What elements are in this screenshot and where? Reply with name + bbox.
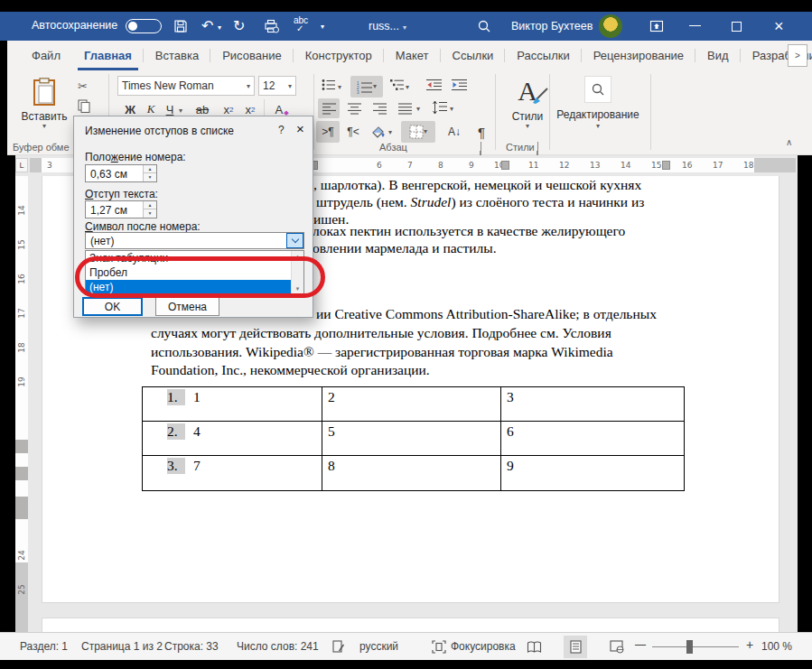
avatar[interactable]: [599, 14, 622, 38]
increase-indent-icon[interactable]: [452, 79, 468, 91]
zoom-level[interactable]: 100 %: [761, 640, 792, 653]
tab-references[interactable]: Ссылки: [441, 41, 506, 70]
zoom-slider-thumb[interactable]: [686, 640, 693, 654]
justify-button[interactable]: [394, 98, 415, 118]
sort-button[interactable]: А↓: [443, 121, 466, 143]
table-column-marker[interactable]: [501, 161, 509, 170]
autosave-toggle[interactable]: [126, 19, 162, 33]
zoom-in-button[interactable]: +: [746, 637, 753, 652]
status-line[interactable]: Строка: 33: [164, 640, 219, 653]
ribbon-display-options-icon[interactable]: [649, 20, 664, 33]
symbol-after-combobox[interactable]: (нет): [85, 232, 304, 249]
undo-caret-icon[interactable]: ▾: [218, 24, 221, 32]
ltr-paragraph-button[interactable]: >¶: [316, 121, 340, 143]
shading-caret-icon[interactable]: ▾: [388, 129, 392, 136]
table-cell[interactable]: 2: [322, 387, 501, 421]
table-column-marker[interactable]: [662, 161, 670, 170]
font-size-combobox[interactable]: 12 ▾: [258, 76, 296, 96]
tab-design[interactable]: Конструктор: [294, 41, 384, 70]
rtl-paragraph-button[interactable]: ¶<: [342, 121, 364, 143]
line-spacing-caret-icon[interactable]: ▾: [450, 106, 453, 113]
align-left-button[interactable]: [318, 98, 340, 118]
close-button[interactable]: ×: [774, 17, 784, 36]
bullet-caret-icon[interactable]: ▾: [338, 84, 341, 91]
spinner-buttons[interactable]: ▲▼: [143, 201, 156, 218]
table-cell[interactable]: 9: [501, 456, 684, 490]
font-name-combobox[interactable]: Times New Roman ▾: [117, 76, 255, 96]
document-table[interactable]: 1.1 2 3 2.4 5 6 3.7 8 9: [142, 386, 685, 491]
align-center-button[interactable]: [343, 98, 365, 118]
ruler-number: 18: [17, 342, 26, 352]
shading-icon[interactable]: [370, 125, 386, 139]
print-layout-button[interactable]: [564, 636, 587, 658]
table-cell[interactable]: 5: [322, 422, 501, 455]
dialog-close-icon[interactable]: ×: [296, 121, 304, 136]
table-cell[interactable]: 3.7: [143, 456, 322, 490]
tab-mailings[interactable]: Рассылки: [505, 41, 581, 70]
align-right-button[interactable]: [369, 98, 390, 118]
focus-label[interactable]: Фокусировка: [451, 640, 516, 653]
zoom-out-button[interactable]: —: [635, 638, 646, 651]
minimize-button[interactable]: [689, 25, 701, 26]
proofing-icon[interactable]: [332, 640, 345, 654]
tab-insert[interactable]: Вставка: [144, 41, 210, 70]
spinner-buttons[interactable]: ▲▼: [143, 165, 156, 181]
justify-caret-icon[interactable]: ▾: [416, 106, 420, 113]
cancel-button[interactable]: Отмена: [155, 297, 219, 316]
styles-button[interactable]: А Стили ▾: [504, 76, 551, 130]
search-icon[interactable]: [477, 19, 491, 33]
table-cell[interactable]: 3: [501, 387, 684, 421]
ruler-number: 8: [438, 161, 443, 170]
number-position-input[interactable]: 0,63 см ▲▼: [85, 164, 157, 182]
table-cell[interactable]: 1.1: [143, 387, 322, 421]
paste-button[interactable]: Вставить ▾: [18, 76, 70, 137]
collapse-ribbon-icon[interactable]: ∧: [786, 137, 792, 147]
table-cell[interactable]: 8: [322, 456, 501, 490]
multilevel-list-icon[interactable]: [390, 79, 405, 91]
status-section[interactable]: Раздел: 1: [20, 640, 68, 653]
ok-button[interactable]: OK: [82, 297, 143, 316]
show-marks-button[interactable]: ¶: [471, 121, 491, 143]
line-spacing-icon[interactable]: [432, 100, 448, 115]
document-title[interactable]: russ...: [369, 20, 399, 33]
tab-layout[interactable]: Макет: [384, 41, 441, 70]
underline-caret-icon[interactable]: ▾: [179, 107, 182, 115]
web-layout-button[interactable]: [605, 636, 629, 658]
tab-stop-selector[interactable]: L: [15, 158, 28, 172]
tab-home[interactable]: Главная: [72, 41, 144, 70]
tab-review[interactable]: Рецензирование: [582, 41, 695, 70]
tab-view[interactable]: Вид: [695, 41, 741, 70]
quick-access-more-icon[interactable]: ▾: [321, 23, 324, 31]
table-cell[interactable]: 6: [501, 422, 684, 455]
status-word-count[interactable]: Число слов: 241: [237, 640, 319, 653]
status-language[interactable]: русский: [359, 640, 398, 653]
tab-overflow-button[interactable]: >: [788, 44, 807, 67]
undo-icon[interactable]: ↶: [201, 19, 213, 33]
save-icon[interactable]: [173, 19, 188, 33]
bullet-list-icon[interactable]: [322, 79, 336, 91]
print-preview-icon[interactable]: [264, 19, 279, 33]
decrease-indent-icon[interactable]: [426, 79, 443, 91]
help-icon[interactable]: ?: [278, 124, 285, 136]
maximize-button[interactable]: [732, 22, 742, 32]
borders-icon: [409, 125, 424, 139]
cut-icon[interactable]: ✂: [78, 79, 88, 93]
focus-icon[interactable]: [432, 640, 446, 654]
text-indent-input[interactable]: 1,27 см ▲▼: [85, 200, 157, 218]
user-name[interactable]: Виктор Бухтеев: [511, 20, 593, 33]
numbering-button[interactable]: 1 2 3 ▾: [350, 76, 383, 98]
group-separator: [650, 74, 651, 150]
vertical-ruler[interactable]: 14 15 16 17 18 19 24 25: [15, 176, 28, 632]
tab-draw[interactable]: Рисование: [210, 41, 293, 70]
multilevel-caret-icon[interactable]: ▾: [406, 84, 409, 91]
status-page[interactable]: Страница 1 из 2: [81, 640, 163, 653]
combo-open-button[interactable]: [286, 233, 303, 248]
editing-button[interactable]: Редактирование ▾: [551, 76, 645, 130]
borders-button[interactable]: ▾: [401, 121, 435, 143]
table-cell[interactable]: 2.4: [143, 422, 322, 455]
copy-icon[interactable]: [78, 99, 90, 113]
zoom-slider-track[interactable]: [652, 646, 739, 647]
read-mode-button[interactable]: [522, 636, 546, 658]
tab-file[interactable]: Файл: [20, 41, 72, 70]
redo-icon[interactable]: ↻: [233, 19, 245, 33]
